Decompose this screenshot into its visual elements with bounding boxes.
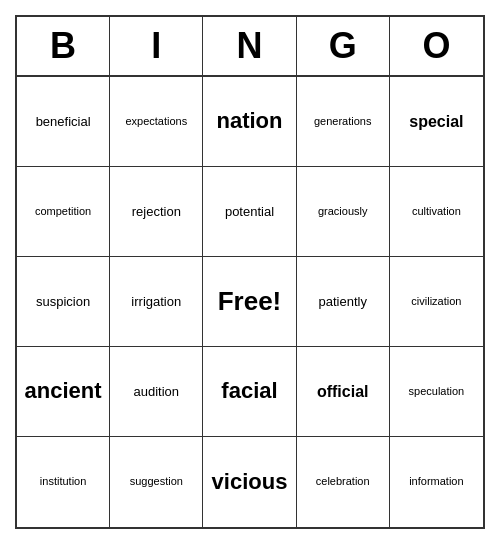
bingo-cell: potential: [203, 167, 296, 257]
bingo-cell: Free!: [203, 257, 296, 347]
bingo-cell: institution: [17, 437, 110, 527]
bingo-cell: nation: [203, 77, 296, 167]
bingo-cell: celebration: [297, 437, 390, 527]
bingo-cell: suggestion: [110, 437, 203, 527]
header-letter: G: [297, 17, 390, 75]
bingo-cell: information: [390, 437, 483, 527]
bingo-cell: vicious: [203, 437, 296, 527]
bingo-cell: graciously: [297, 167, 390, 257]
bingo-card: BINGO beneficialexpectationsnationgenera…: [15, 15, 485, 529]
bingo-cell: official: [297, 347, 390, 437]
bingo-cell: beneficial: [17, 77, 110, 167]
bingo-cell: audition: [110, 347, 203, 437]
header-letter: N: [203, 17, 296, 75]
bingo-cell: civilization: [390, 257, 483, 347]
bingo-cell: suspicion: [17, 257, 110, 347]
bingo-cell: speculation: [390, 347, 483, 437]
bingo-header: BINGO: [17, 17, 483, 77]
bingo-cell: facial: [203, 347, 296, 437]
bingo-cell: rejection: [110, 167, 203, 257]
bingo-cell: ancient: [17, 347, 110, 437]
bingo-cell: irrigation: [110, 257, 203, 347]
bingo-grid: beneficialexpectationsnationgenerationss…: [17, 77, 483, 527]
bingo-cell: generations: [297, 77, 390, 167]
header-letter: B: [17, 17, 110, 75]
bingo-cell: competition: [17, 167, 110, 257]
bingo-cell: special: [390, 77, 483, 167]
header-letter: I: [110, 17, 203, 75]
bingo-cell: expectations: [110, 77, 203, 167]
bingo-cell: cultivation: [390, 167, 483, 257]
bingo-cell: patiently: [297, 257, 390, 347]
header-letter: O: [390, 17, 483, 75]
